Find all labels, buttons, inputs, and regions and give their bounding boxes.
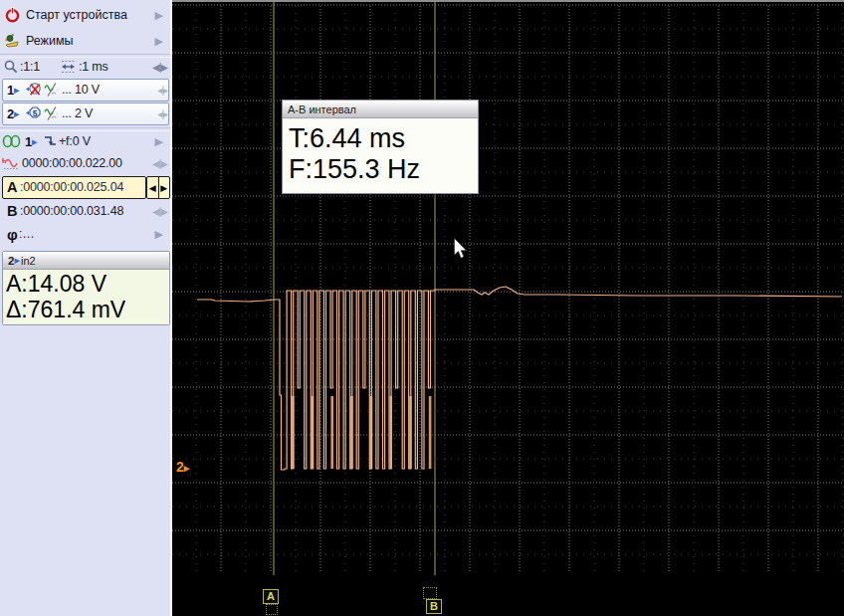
cursor-a-handle[interactable]: A <box>263 589 279 604</box>
sidebar: Старт устройства ▶ Режимы ▶ :1:1 :1 ms ◀… <box>0 0 170 616</box>
menu-item-label: Режимы <box>26 34 74 48</box>
channel-arrow-icon: ▸ <box>14 254 20 267</box>
timebase-icon <box>61 60 76 74</box>
auto-search-icon <box>2 134 21 149</box>
trigger-edge-icon <box>44 134 57 148</box>
zoom-timebase-row[interactable]: :1:1 :1 ms ◀|▶ <box>0 57 170 77</box>
time-position-value: 0000:00:00.022.00 <box>22 156 122 170</box>
trigger-row[interactable]: 1 ▸ +f:0 V ▶ <box>0 130 170 152</box>
channel-1-row[interactable]: 1 ▸ ... 10 V ◂|▸ <box>0 79 170 101</box>
interval-frequency-value: F:155.3 Hz <box>289 154 470 185</box>
cursor-a-stepper[interactable]: ◀ ▶ <box>146 176 170 199</box>
probe-x5-icon[interactable]: 5 <box>25 106 43 121</box>
channel-2-row[interactable]: 2 ▸ 5 ... 2 V ◂|▸ <box>0 103 170 124</box>
chevron-right-icon: ▶ <box>155 228 163 241</box>
svg-text:5: 5 <box>33 108 38 118</box>
stepper-icons[interactable]: ◀|▶ <box>152 158 167 169</box>
cursor-b-row[interactable]: B :0000:00:00.031.48 ◀|▶ <box>0 200 170 222</box>
stepper-icons[interactable]: ◂|▸ <box>157 85 167 96</box>
stepper-left-icon[interactable]: ◀ <box>147 183 158 193</box>
cursor-b-prefix: B <box>7 203 17 219</box>
stepper-icons[interactable]: ◀|▶ <box>152 206 167 217</box>
cursor-a-value: :0000:00:00.025.04 <box>20 180 123 194</box>
menu-item-modes[interactable]: Режимы ▶ <box>0 30 170 52</box>
scope-top-strip <box>172 0 844 2</box>
cursor-a-row[interactable]: A :0000:00:00.025.04 ◀ ▶ <box>0 176 170 198</box>
marker-arrow-icon: ▸ <box>184 462 190 474</box>
channel-2-marker[interactable]: 2▸ <box>176 459 189 475</box>
in2-channel-name: in2 <box>21 255 36 267</box>
in2-panel-header[interactable]: 2 ▸ in2 <box>3 252 169 270</box>
in2-measure-panel: 2 ▸ in2 A:14.08 V Δ:761.4 mV <box>2 251 170 325</box>
time-position-row[interactable]: 0000:00:00.022.00 ◀|▶ <box>0 152 170 174</box>
time-shift-icon <box>2 155 20 171</box>
zoom-scale-value: :1:1 <box>20 60 40 74</box>
channel-range-value: ... 2 V <box>62 106 93 120</box>
menu-item-label: Старт устройства <box>26 8 127 22</box>
coupling-icon[interactable] <box>44 83 59 98</box>
phase-row[interactable]: φ :… ▶ <box>0 223 170 245</box>
chevron-right-icon: ▶ <box>155 135 163 148</box>
trigger-level-value: +f:0 V <box>59 134 91 148</box>
channel-arrow-icon: ▸ <box>14 84 20 97</box>
channel-arrow-icon: ▸ <box>32 135 38 148</box>
stepper-icons[interactable]: ◀|▶ <box>152 62 167 73</box>
tooltip-header: А-В интервал <box>283 101 478 118</box>
mouse-cursor-icon <box>453 238 468 259</box>
stepper-right-icon[interactable]: ▶ <box>159 183 170 193</box>
timebase-value: :1 ms <box>79 60 108 74</box>
channel-arrow-icon: ▸ <box>14 107 20 120</box>
stepper-icons[interactable]: ◂|▸ <box>157 108 167 119</box>
ab-interval-tooltip: А-В интервал T:6.44 ms F:155.3 Hz <box>282 100 479 194</box>
input-off-icon[interactable] <box>25 83 43 98</box>
cursor-a-prefix: A <box>7 179 17 195</box>
in2-amplitude-value: A:14.08 V <box>6 271 166 297</box>
magnifier-icon <box>4 60 18 74</box>
coupling-icon[interactable] <box>44 106 59 121</box>
phase-prefix: φ <box>7 226 18 243</box>
cursor-b-value: :0000:00:00.031.48 <box>20 204 123 218</box>
cursor-b-grab[interactable] <box>423 587 437 599</box>
cursor-a-grab[interactable] <box>266 604 278 615</box>
modes-duck-icon <box>4 33 21 49</box>
channel-range-value: ... 10 V <box>62 83 100 97</box>
cursor-b-handle[interactable]: B <box>426 599 442 614</box>
scope-canvas <box>172 0 844 616</box>
in2-delta-value: Δ:761.4 mV <box>6 297 166 322</box>
menu-item-start-device[interactable]: Старт устройства ▶ <box>0 4 170 26</box>
power-icon <box>4 7 21 24</box>
chevron-right-icon: ▶ <box>155 9 163 22</box>
chevron-right-icon: ▶ <box>155 35 163 48</box>
interval-time-value: T:6.44 ms <box>289 123 470 154</box>
scope-area[interactable]: 2▸ А-В интервал T:6.44 ms F:155.3 Hz A B <box>172 0 844 616</box>
phase-value: :… <box>19 227 35 241</box>
